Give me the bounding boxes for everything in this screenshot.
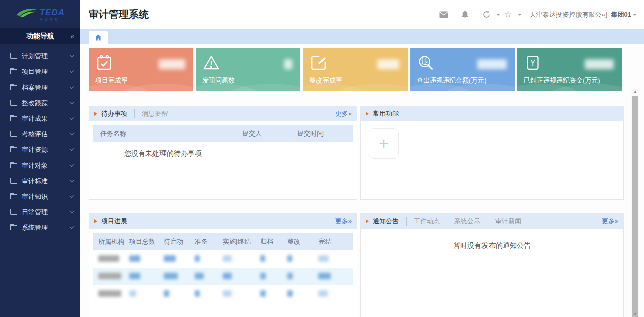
card-violation-amount[interactable]: 违 查出违规违纪金额(万元): [410, 48, 515, 91]
tab-todo-items[interactable]: 待办事项: [101, 109, 134, 118]
column-rectify: 整改: [287, 237, 318, 246]
card-corrected-funds[interactable]: ¥ 已纠正违规违纪资金(万元): [517, 48, 622, 91]
home-icon: [95, 34, 102, 41]
redacted-card-value: [585, 59, 614, 69]
column-submitter: 提交人: [242, 129, 297, 138]
sidebar-item-project[interactable]: 项目管理: [0, 64, 80, 80]
column-task-name: 任务名称: [93, 129, 242, 138]
sidebar-collapse-button[interactable]: «: [70, 32, 74, 40]
tab-message-reminders[interactable]: 消息提醒: [134, 109, 175, 118]
user-company-menu[interactable]: 天津泰达投资控股有限公司 集团01: [530, 10, 637, 19]
scrollbar-thumb[interactable]: [632, 96, 638, 317]
panel-todo: 待办事项 消息提醒 更多» 任务名称 提交人 提交时间 您没有未处理的待办事项: [89, 106, 357, 200]
tab-strip: [80, 29, 644, 44]
mail-icon[interactable]: [439, 11, 448, 18]
yen-square-icon: ¥: [524, 54, 542, 74]
table-row[interactable]: [93, 250, 353, 268]
svg-text:¥: ¥: [530, 58, 535, 67]
card-rectification-rate[interactable]: 整改完成率: [303, 48, 408, 91]
folder-icon: [10, 210, 17, 215]
folder-icon: [10, 116, 17, 121]
sidebar-item-system[interactable]: 系统管理: [0, 220, 80, 235]
column-submit-time: 提交时间: [297, 129, 353, 138]
folder-icon: [10, 132, 17, 137]
todo-empty-message: 您没有未处理的待办事项: [124, 149, 357, 158]
svg-text:违: 违: [421, 58, 428, 65]
folder-icon: [10, 163, 17, 168]
panel-common-functions: 常用功能 +: [360, 106, 624, 200]
folder-icon: [10, 179, 17, 184]
redacted-card-value: [477, 59, 507, 69]
sidebar-menu: 计划管理 项目管理 档案管理 整改跟踪 审计成果 考核评估 审计资源 审计对象 …: [0, 44, 80, 235]
sidebar-item-resources[interactable]: 审计资源: [0, 142, 80, 157]
star-icon[interactable]: ☆: [504, 10, 512, 19]
redacted-card-value: [159, 59, 185, 69]
sidebar-item-knowledge[interactable]: 审计知识: [0, 189, 80, 204]
tab-home[interactable]: [89, 31, 108, 44]
chevron-down-icon: [70, 225, 74, 229]
add-shortcut-button[interactable]: +: [369, 128, 399, 158]
panel-notices: 通知公告 工作动态 系统公示 审计新闻 更多» 暂时没有发布的通知公告: [360, 213, 624, 317]
notice-empty-message: 暂时没有发布的通知公告: [361, 241, 623, 250]
common-functions-title: 常用功能: [373, 109, 406, 118]
sidebar-item-plan[interactable]: 计划管理: [0, 48, 80, 64]
sidebar-item-archive[interactable]: 档案管理: [0, 80, 80, 95]
card-project-completion[interactable]: 项目完成率: [89, 48, 193, 91]
refresh-icon[interactable]: [482, 10, 491, 19]
sidebar-title: 功能导航: [0, 32, 80, 41]
bell-icon[interactable]: [461, 11, 469, 19]
chevron-down-icon: [70, 100, 74, 104]
panel-arrow-icon: [366, 219, 369, 223]
alert-triangle-icon: [202, 54, 220, 74]
scroll-up-icon[interactable]: ▲: [631, 89, 639, 94]
main-content: 项目完成率 发现问题数 整改完成率 违 查出违规违纪金额(万元) ¥: [80, 44, 644, 317]
tab-system-announcements[interactable]: 系统公示: [447, 217, 488, 226]
star-dropdown-caret[interactable]: [518, 14, 522, 16]
chevron-down-icon: [70, 53, 74, 57]
vertical-scrollbar[interactable]: ▲ ▼: [631, 89, 639, 317]
sidebar-item-daily[interactable]: 日常管理: [0, 204, 80, 220]
chevron-down-icon: [70, 163, 74, 167]
card-label: 项目完成率: [95, 76, 128, 85]
tab-notices[interactable]: 通知公告: [373, 217, 406, 226]
panel-arrow-icon: [94, 112, 97, 116]
folder-icon: [10, 69, 17, 74]
folder-icon: [10, 194, 17, 199]
sidebar-item-rectify[interactable]: 整改跟踪: [0, 95, 80, 111]
card-label: 查出违规违纪金额(万元): [417, 76, 487, 85]
redacted-card-value: [284, 59, 292, 69]
table-row[interactable]: [93, 268, 353, 285]
scroll-down-icon[interactable]: ▼: [631, 312, 639, 316]
page-title: 审计管理系统: [89, 8, 149, 21]
progress-more-link[interactable]: 更多»: [335, 217, 352, 226]
sidebar-item-evaluation[interactable]: 考核评估: [0, 126, 80, 142]
card-label: 整改完成率: [309, 76, 342, 85]
tab-work-updates[interactable]: 工作动态: [406, 217, 447, 226]
folder-icon: [10, 85, 17, 90]
chevron-down-icon: [70, 178, 74, 182]
sidebar-item-results[interactable]: 审计成果: [0, 111, 80, 126]
folder-icon: [10, 147, 17, 152]
column-archive: 归档: [260, 237, 287, 246]
card-issues-found[interactable]: 发现问题数: [196, 48, 300, 91]
chevron-down-icon: [70, 69, 74, 73]
sidebar-item-objects[interactable]: 审计对象: [0, 157, 80, 173]
chevron-down-icon: [70, 131, 74, 135]
refresh-dropdown-caret[interactable]: [496, 14, 500, 16]
panel-project-progress: 项目进展 更多» 所属机构 项目总数 待启动 准备 实施|终结 归档 整改 完结: [89, 213, 357, 317]
todo-more-link[interactable]: 更多»: [335, 109, 352, 118]
folder-icon: [10, 54, 17, 59]
plus-icon: +: [379, 134, 389, 153]
chevron-down-icon: [70, 209, 74, 213]
column-prepare: 准备: [195, 237, 223, 246]
sidebar: TEDA 泰达控股 功能导航 « 计划管理 项目管理 档案管理 整改跟踪 审计成…: [0, 0, 80, 317]
table-row[interactable]: [93, 285, 353, 303]
chevron-down-icon: [70, 116, 74, 120]
panel-arrow-icon: [366, 112, 369, 116]
stat-cards: 项目完成率 发现问题数 整改完成率 违 查出违规违纪金额(万元) ¥: [89, 48, 622, 91]
tab-audit-news[interactable]: 审计新闻: [488, 217, 528, 226]
teda-swoosh-icon: [16, 7, 38, 22]
sidebar-item-standards[interactable]: 审计标准: [0, 173, 80, 189]
card-label: 发现问题数: [202, 76, 235, 85]
notice-more-link[interactable]: 更多»: [602, 217, 618, 226]
